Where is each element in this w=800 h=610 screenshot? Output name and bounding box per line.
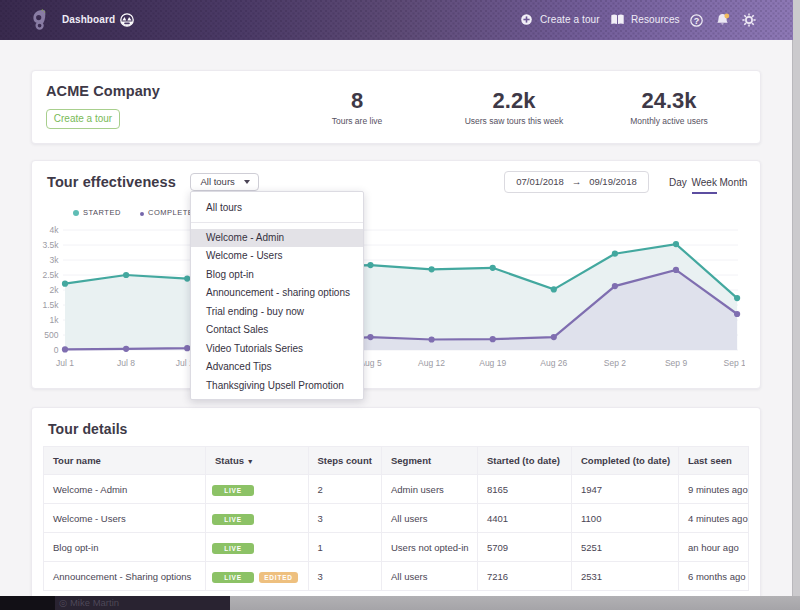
svg-text:Jul 1: Jul 1 (56, 358, 74, 368)
svg-text:2k: 2k (50, 285, 60, 295)
svg-text:1.5k: 1.5k (42, 300, 59, 310)
svg-text:Sep 9: Sep 9 (665, 358, 687, 368)
svg-text:3.5k: 3.5k (42, 240, 59, 250)
svg-text:Aug 12: Aug 12 (418, 358, 445, 368)
svg-text:4k: 4k (50, 225, 60, 235)
svg-text:?: ? (694, 15, 700, 25)
svg-text:3k: 3k (50, 255, 60, 265)
svg-text:Aug 19: Aug 19 (479, 358, 506, 368)
svg-text:2.5k: 2.5k (42, 270, 59, 280)
svg-text:Sep 16: Sep 16 (724, 358, 745, 368)
svg-text:1k: 1k (50, 315, 60, 325)
svg-text:0: 0 (54, 345, 59, 355)
svg-text:Sep 2: Sep 2 (604, 358, 626, 368)
svg-text:Aug 26: Aug 26 (540, 358, 567, 368)
svg-text:Jul 8: Jul 8 (117, 358, 135, 368)
svg-text:500: 500 (44, 330, 58, 340)
